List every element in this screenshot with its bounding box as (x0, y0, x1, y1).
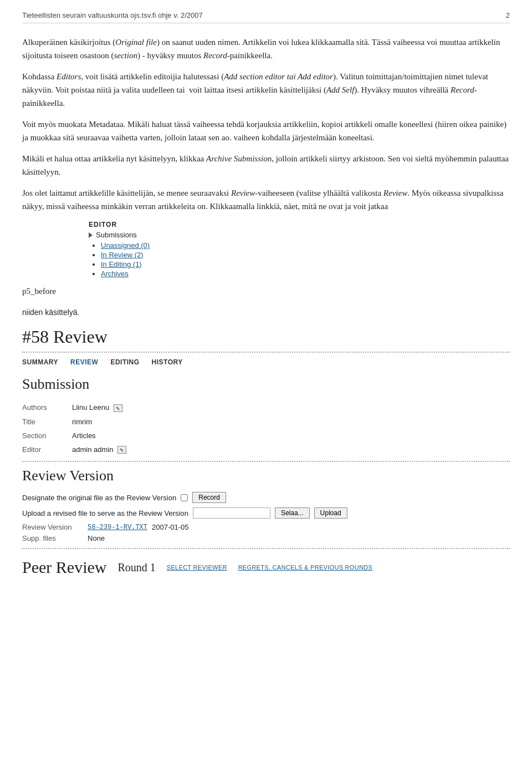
tab-history[interactable]: HISTORY (152, 358, 183, 367)
submission-info-table: Authors Liinu Leenu ✎ Title rimrim Secti… (22, 400, 510, 456)
paragraph-5-after: p5_before (22, 285, 510, 298)
list-item: In Editing (1) (101, 260, 150, 268)
select-reviewer-link[interactable]: SELECT REVIEWER (167, 564, 227, 571)
upload-row: Upload a revised file to serve as the Re… (22, 507, 510, 519)
paragraph-4: Mikäli et halua ottaa artikkelia nyt käs… (22, 152, 510, 179)
divider-2 (22, 461, 510, 462)
table-row: Editor admin admin ✎ (22, 443, 510, 457)
page-header: Tieteellisten seurain valtuuskunta ojs.t… (22, 11, 510, 23)
section-value: Articles (72, 429, 510, 443)
rv-supp-value: None (88, 534, 105, 542)
tab-summary[interactable]: SUMMARY (22, 358, 58, 367)
editor-label: Editor (22, 443, 72, 457)
list-item: In Review (2) (101, 251, 150, 259)
selaa-button[interactable]: Selaa... (275, 507, 310, 519)
rv-file-link[interactable]: 58-239-1-RV.TXT (88, 524, 147, 531)
record-button[interactable]: Record (192, 492, 226, 503)
tab-review[interactable]: REVIEW (70, 358, 98, 367)
submissions-link[interactable]: Submissions (89, 231, 150, 239)
submissions-label: Submissions (96, 231, 137, 239)
upload-input[interactable] (193, 507, 270, 519)
table-row: Authors Liinu Leenu ✎ (22, 400, 510, 415)
rv-supp-row: Supp. files None (22, 534, 510, 542)
paragraph-1: Alkuperäinen käsikirjoitus (Original fil… (22, 35, 510, 62)
sidebar-list: Unassigned (0) In Review (2) In Editing … (89, 241, 150, 278)
sidebar-archives-link[interactable]: Archives (101, 270, 129, 278)
title-label: Title (22, 415, 72, 429)
designate-checkbox[interactable] (181, 494, 188, 501)
arrow-icon (89, 232, 93, 238)
upload-label: Upload a revised file to serve as the Re… (22, 509, 188, 517)
authors-edit-icon[interactable]: ✎ (114, 404, 122, 412)
rv-file-date: 2007-01-05 (152, 523, 189, 531)
paragraph-2: Kohdassa Editors, voit lisätä artikkelin… (22, 70, 510, 110)
peer-review-round: Round 1 (117, 561, 155, 574)
list-item: Archives (101, 270, 150, 278)
designate-row: Designate the original file as the Revie… (22, 492, 510, 503)
article-section: #58 Review SUMMARY REVIEW EDITING HISTOR… (22, 327, 510, 577)
authors-label: Authors (22, 400, 72, 415)
table-row: Section Articles (22, 429, 510, 443)
divider-1 (22, 352, 510, 353)
paragraph-5-with-sidebar: Jos olet laittanut artikkelille käsittel… (22, 186, 510, 308)
sidebar-inediting-link[interactable]: In Editing (1) (101, 260, 142, 268)
rv-file-label: Review Version (22, 523, 83, 531)
authors-value: Liinu Leenu ✎ (72, 400, 510, 415)
tab-bar: SUMMARY REVIEW EDITING HISTORY (22, 358, 510, 367)
sidebar-unassigned-link[interactable]: Unassigned (0) (101, 241, 150, 250)
rv-file-row: Review Version 58-239-1-RV.TXT 2007-01-0… (22, 523, 510, 531)
list-item: Unassigned (0) (101, 241, 150, 250)
editor-sidebar-title: EDITOR (89, 221, 150, 228)
review-version-section: Review Version Designate the original fi… (22, 468, 510, 542)
title-value: rimrim (72, 415, 510, 429)
editor-sidebar: EDITOR Submissions Unassigned (0) In Rev… (89, 221, 150, 279)
page-title-text: Tieteellisten seurain valtuuskunta ojs.t… (22, 11, 203, 19)
review-version-heading: Review Version (22, 468, 510, 484)
rv-supp-label: Supp. files (22, 534, 83, 542)
paragraph-5-text: Jos olet laittanut artikkelille käsittel… (22, 186, 510, 213)
upload-button[interactable]: Upload (314, 507, 347, 519)
divider-3 (22, 548, 510, 549)
article-id-title: #58 Review (22, 327, 510, 347)
designate-label: Designate the original file as the Revie… (22, 494, 176, 502)
regrets-link[interactable]: REGRETS, CANCELS & PREVIOUS ROUNDS (238, 564, 372, 571)
section-label: Section (22, 429, 72, 443)
sidebar-inreview-link[interactable]: In Review (2) (101, 251, 144, 259)
editor-value: admin admin ✎ (72, 443, 510, 457)
peer-review-bar: Peer Review Round 1 SELECT REVIEWER REGR… (22, 555, 510, 577)
page-number: 2 (506, 11, 510, 19)
table-row: Title rimrim (22, 415, 510, 429)
submission-heading: Submission (22, 376, 510, 393)
paragraph-3: Voit myös muokata Metadataa. Mikäli halu… (22, 118, 510, 144)
editor-edit-icon[interactable]: ✎ (117, 446, 126, 454)
peer-review-title: Peer Review (22, 558, 106, 577)
tab-editing[interactable]: EDITING (110, 358, 139, 367)
paragraph-5-continuation: niiden käsittelyä. (22, 308, 510, 317)
